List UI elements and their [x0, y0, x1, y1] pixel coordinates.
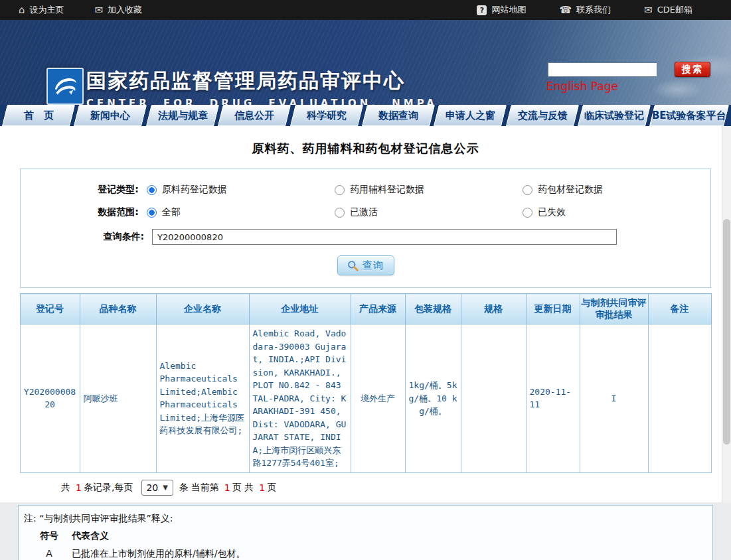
header-spec: 规格 — [461, 294, 526, 324]
logo-block: NMPA CDE — [40, 68, 90, 105]
notes-box: 注: “与制剂共同审评审批结果”释义: 符号 代表含义 A 已批准在上市制剂使用… — [18, 505, 713, 560]
page-size-value: 20 — [146, 482, 158, 493]
magnifier-icon — [347, 260, 359, 271]
radio-option-all[interactable]: 全部 — [147, 206, 335, 218]
radio-option-raw-material[interactable]: 原料药登记数据 — [147, 184, 335, 196]
contact-link[interactable]: ☎ 联系我们 — [559, 4, 611, 16]
company-address-cell: Alembic Road, Vadodara-390003 Gujarat, I… — [249, 324, 351, 473]
english-page-link[interactable]: English Page — [546, 80, 618, 93]
review-result-cell: I — [580, 324, 648, 473]
cde-logo[interactable] — [46, 68, 84, 105]
query-condition-label: 查询条件: — [21, 231, 152, 243]
nav-tab-be-platform[interactable]: BE试验备案平台 — [649, 105, 729, 126]
nav-tab-communication[interactable]: 交流与反馈 — [506, 105, 579, 126]
query-search-button[interactable]: 查询 — [337, 255, 394, 275]
page-text: 页 共 — [232, 482, 254, 494]
mail-icon: ✉ — [644, 5, 653, 15]
radio-excipient[interactable] — [335, 185, 345, 195]
form-button-row: 查询 — [21, 255, 710, 275]
site-title-en: CENTER FOR DRUG EVALUATION, NMPA — [86, 98, 438, 105]
vertical-scrollbar[interactable] — [722, 126, 731, 503]
company-name-cell: Alembic Pharmaceuticals Limited;Alembic … — [156, 324, 249, 473]
add-favorite-label: 加入收藏 — [108, 4, 142, 16]
radio-option-expired[interactable]: 已失效 — [523, 206, 710, 218]
unit-text: 条 当前第 — [179, 482, 218, 494]
remark-cell — [648, 324, 711, 473]
scrollbar-thumb[interactable] — [723, 219, 730, 445]
nav-tab-clinical-trial[interactable]: 临床试验登记 — [578, 105, 651, 126]
notes-header-row: 符号 代表含义 — [24, 527, 706, 545]
nav-tab-home[interactable]: 首 页 — [2, 105, 75, 126]
nav-tab-science[interactable]: 科学研究 — [290, 105, 363, 126]
nav-tab-info-disclosure[interactable]: 信息公开 — [218, 105, 291, 126]
notes-col-symbol: 符号 — [35, 527, 64, 545]
header-product-name: 品种名称 — [80, 294, 156, 324]
site-search-input[interactable] — [548, 62, 657, 77]
lower-band: 注: “与制剂共同审评审批结果”释义: 符号 代表含义 A 已批准在上市制剂使用… — [0, 502, 731, 560]
product-source-cell: 境外生产 — [351, 324, 405, 473]
chevron-down-icon: ▼ — [163, 484, 168, 491]
home-icon: ⌂ — [19, 5, 25, 15]
question-icon: ? — [477, 5, 487, 15]
nav-tab-applicant-window[interactable]: 申请人之窗 — [434, 105, 507, 126]
sitemap-link[interactable]: ? 网站地图 — [477, 4, 526, 16]
radio-option-excipient[interactable]: 药用辅料登记数据 — [335, 184, 523, 196]
notes-meaning-a: 已批准在上市制剂使用的原料/辅料/包材。 — [72, 545, 245, 560]
radio-all-selected[interactable] — [147, 208, 157, 218]
phone-icon: ☎ — [559, 5, 572, 15]
reg-number-cell: Y20200000820 — [20, 324, 80, 473]
update-date-cell: 2020-11-11 — [526, 324, 580, 473]
table-header-row: 登记号 品种名称 企业名称 企业地址 产品来源 包装规格 规格 更新日期 与制剂… — [20, 294, 711, 324]
set-home-link[interactable]: ⌂ 设为主页 — [19, 4, 64, 16]
package-spec-cell: 1kg/桶。5kg/桶。10 kg/桶。 — [405, 324, 461, 473]
site-search-button[interactable]: 搜索 — [675, 62, 710, 77]
cde-logo-swoosh — [50, 72, 80, 101]
topbar-left-group: ⌂ 设为主页 ✉ 加入收藏 — [19, 4, 142, 16]
header-search-area: 搜索 — [548, 62, 710, 77]
notes-row-a: A 已批准在上市制剂使用的原料/辅料/包材。 — [24, 545, 706, 560]
nav-tab-data-query[interactable]: 数据查询 — [362, 105, 435, 126]
site-title-cn: 国家药品监督管理局药品审评中心 — [86, 68, 438, 95]
records-text: 条记录,每页 — [84, 482, 133, 494]
header-company-address: 企业地址 — [249, 294, 351, 324]
notes-title: 注: “与制剂共同审评审批结果”释义: — [24, 510, 706, 527]
query-condition-input[interactable] — [152, 229, 617, 245]
nav-tab-regulations[interactable]: 法规与规章 — [146, 105, 219, 126]
main-nav: 首 页 新闻中心 法规与规章 信息公开 科学研究 数据查询 申请人之窗 交流与反… — [0, 105, 731, 126]
cde-mail-link[interactable]: ✉ CDE邮箱 — [644, 4, 692, 16]
header-company-name: 企业名称 — [156, 294, 249, 324]
radio-option-activated[interactable]: 已激活 — [335, 206, 523, 218]
radio-activated[interactable] — [335, 208, 345, 218]
query-search-button-label: 查询 — [363, 259, 384, 272]
radio-expired[interactable] — [523, 208, 532, 218]
form-row-scope: 数据范围: 全部 已激活 已失效 — [21, 206, 710, 218]
nav-tab-news[interactable]: 新闻中心 — [74, 105, 147, 126]
radio-raw-material-selected[interactable] — [147, 185, 157, 195]
total-records: 1 — [76, 482, 82, 493]
type-label: 登记类型: — [21, 184, 147, 196]
bookmark-icon: ✉ — [95, 5, 104, 15]
top-utility-bar: ⌂ 设为主页 ✉ 加入收藏 ? 网站地图 ☎ 联系我们 ✉ CDE邮箱 — [0, 0, 731, 20]
total-pages: 1 — [259, 482, 265, 493]
header-update-date: 更新日期 — [526, 294, 580, 324]
cde-mail-label: CDE邮箱 — [657, 4, 692, 16]
query-form: 登记类型: 原料药登记数据 药用辅料登记数据 药包材登记数据 数据范围: 全部 — [20, 169, 711, 288]
form-row-query: 查询条件: — [21, 229, 710, 245]
product-name-cell: 阿哌沙班 — [80, 324, 156, 473]
scope-label: 数据范围: — [21, 206, 147, 218]
results-table: 登记号 品种名称 企业名称 企业地址 产品来源 包装规格 规格 更新日期 与制剂… — [20, 293, 712, 473]
pagination-prefix: 共 — [61, 482, 70, 494]
current-page: 1 — [224, 482, 230, 493]
add-favorite-link[interactable]: ✉ 加入收藏 — [95, 4, 143, 16]
spec-cell — [461, 324, 526, 473]
sitemap-label: 网站地图 — [491, 4, 526, 16]
pagination: 共 1 条记录,每页 20 ▼ 条 当前第 1 页 共 1 页 — [61, 480, 731, 496]
brand-block: 国家药品监督管理局药品审评中心 CENTER FOR DRUG EVALUATI… — [86, 68, 438, 105]
header-product-source: 产品来源 — [351, 294, 405, 324]
table-row: Y20200000820 阿哌沙班 Alembic Pharmaceutical… — [20, 324, 711, 473]
header-reg-number: 登记号 — [20, 294, 80, 324]
radio-option-packaging[interactable]: 药包材登记数据 — [523, 184, 710, 196]
pages-text: 页 — [267, 482, 276, 494]
radio-packaging[interactable] — [523, 185, 532, 195]
page-size-select[interactable]: 20 ▼ — [141, 480, 173, 496]
